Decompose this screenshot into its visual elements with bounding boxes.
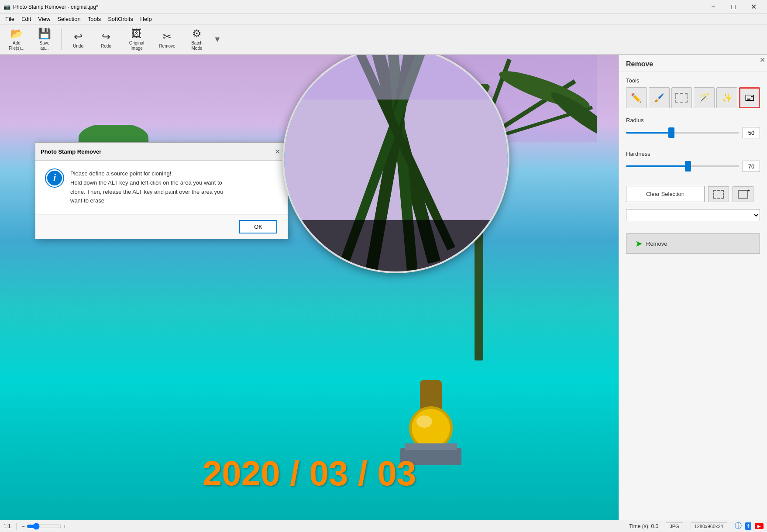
remove-toolbar-button[interactable]: ✂ Remove [154, 26, 180, 52]
radius-section: Radius 50 [619, 115, 767, 149]
selection-tool-button[interactable] [671, 87, 692, 108]
modal-title: Photo Stamp Remover [41, 148, 101, 155]
stamp-tool-button[interactable]: 🖃 [739, 87, 760, 108]
title-bar: 📷 Photo Stamp Remover - original.jpg* − … [0, 0, 767, 14]
svg-point-19 [412, 409, 450, 447]
menu-selection[interactable]: Selection [54, 15, 84, 23]
radius-slider-track[interactable] [626, 132, 739, 134]
hardness-value[interactable]: 70 [743, 161, 760, 172]
magic-wand-icon: 🪄 [699, 93, 710, 103]
original-image-icon: 🖼 [131, 27, 142, 40]
undo-button[interactable]: ↩ Undo [65, 26, 91, 52]
pencil-tool-button[interactable]: ✏️ [626, 87, 647, 108]
clear-selection-section: Clear Selection + [619, 182, 767, 207]
app-icon: 📷 [3, 3, 10, 10]
hardness-slider-thumb[interactable] [685, 161, 691, 172]
radius-slider-thumb[interactable] [668, 127, 674, 138]
tools-label: Tools [626, 77, 760, 84]
original-image-label: OriginalImage [129, 41, 144, 51]
redo-button[interactable]: ↪ Redo [93, 26, 119, 52]
tools-row: ✏️ 🖌️ 🪄 ✨ 🖃 [626, 87, 760, 108]
menu-help[interactable]: Help [137, 15, 155, 23]
ok-button[interactable]: OK [239, 220, 277, 233]
zoom-slider-area: − + [22, 523, 66, 530]
original-image-button[interactable]: 🖼 OriginalImage [121, 26, 152, 52]
mode-dropdown[interactable] [626, 209, 760, 221]
undo-icon: ↩ [74, 31, 83, 43]
hardness-label: Hardness [626, 151, 760, 157]
zoom-plus-icon[interactable]: + [63, 523, 66, 529]
status-sep-4 [731, 523, 731, 530]
status-sep-2 [662, 523, 662, 530]
save-button[interactable]: 💾 Saveas... [31, 26, 58, 52]
status-sep-1 [16, 523, 17, 530]
remove-icon: ✂ [163, 31, 172, 43]
selection-icon-button-2[interactable]: + [733, 186, 753, 202]
radius-value[interactable]: 50 [743, 127, 760, 138]
svg-point-20 [416, 415, 432, 428]
app-title: Photo Stamp Remover - original.jpg* [13, 4, 703, 10]
panel-title: Remove [626, 60, 653, 68]
menu-bar: File Edit View Selection Tools SoftOrbit… [0, 14, 767, 24]
canvas-area[interactable]: 2020 / 03 / 03 [0, 55, 619, 520]
menu-edit[interactable]: Edit [18, 15, 34, 23]
time-display: Time (s): 0.0 [629, 523, 658, 529]
batch-mode-button[interactable]: ⚙ BatchMode [182, 26, 212, 52]
radius-label: Radius [626, 117, 760, 124]
hardness-slider-track[interactable] [626, 165, 739, 167]
modal-footer: OK [35, 214, 288, 239]
brush-tool-button[interactable]: 🖌️ [649, 87, 670, 108]
svg-rect-22 [405, 443, 457, 450]
maximize-button[interactable]: □ [723, 0, 743, 14]
selection-icon-1 [713, 190, 724, 199]
toolbar-more-button[interactable]: ▼ [213, 35, 221, 44]
redo-label: Redo [101, 44, 111, 48]
close-button[interactable]: ✕ [743, 0, 764, 14]
redo-icon: ↪ [102, 31, 110, 43]
remove-panel-label: Remove [646, 240, 667, 247]
format-badge: JPG [666, 522, 683, 530]
zoom-minus-icon[interactable]: − [22, 523, 25, 529]
add-files-button[interactable]: 📂 AddFile(s)... [3, 26, 30, 52]
zoom-ratio: 1:1 [3, 523, 11, 529]
status-right: Time (s): 0.0 JPG 1280x960x24 ⓘ f ▶ [629, 522, 764, 531]
hardness-slider-fill [626, 165, 688, 167]
minimize-button[interactable]: − [703, 0, 723, 14]
menu-softorbits[interactable]: SoftOrbits [104, 15, 137, 23]
hardness-section: Hardness 70 [619, 149, 767, 182]
auto-select-icon: ✨ [722, 93, 733, 103]
menu-tools[interactable]: Tools [84, 15, 104, 23]
tools-section: Tools ✏️ 🖌️ 🪄 ✨ 🖃 [619, 72, 767, 115]
modal-info-icon: i [46, 169, 63, 187]
clear-selection-button[interactable]: Clear Selection [626, 186, 705, 202]
right-panel: ✕ Remove Tools ✏️ 🖌️ 🪄 ✨ [619, 55, 767, 520]
window-controls: − □ ✕ [703, 0, 764, 14]
menu-view[interactable]: View [34, 15, 54, 23]
save-label: Saveas... [40, 41, 50, 51]
zoom-slider-input[interactable] [27, 523, 62, 530]
panel-close-button[interactable]: ✕ [760, 56, 765, 64]
batch-mode-icon: ⚙ [192, 27, 202, 40]
selection-icon [675, 93, 688, 103]
batch-mode-label: BatchMode [191, 41, 203, 51]
brush-icon: 🖌️ [654, 93, 664, 103]
svg-rect-30 [284, 55, 508, 100]
menu-file[interactable]: File [2, 15, 18, 23]
modal-body: i Please define a source point for cloni… [35, 161, 288, 214]
facebook-icon[interactable]: f [745, 522, 751, 530]
save-icon: 💾 [38, 27, 51, 40]
selection-icon-button-1[interactable] [708, 186, 729, 202]
magic-wand-tool-button[interactable]: 🪄 [694, 87, 715, 108]
hardness-slider-row: 70 [626, 161, 760, 172]
dimensions-badge: 1280x960x24 [691, 522, 727, 530]
pencil-icon: ✏️ [631, 93, 642, 103]
modal-close-button[interactable]: ✕ [272, 146, 282, 157]
info-button[interactable]: ⓘ [735, 522, 742, 531]
radius-slider-row: 50 [626, 127, 760, 138]
auto-select-tool-button[interactable]: ✨ [716, 87, 737, 108]
undo-label: Undo [73, 44, 83, 48]
remove-panel-button[interactable]: ➤ Remove [626, 233, 760, 254]
main-area: 2020 / 03 / 03 [0, 55, 767, 520]
add-files-icon: 📂 [10, 27, 23, 40]
youtube-icon[interactable]: ▶ [755, 523, 764, 529]
